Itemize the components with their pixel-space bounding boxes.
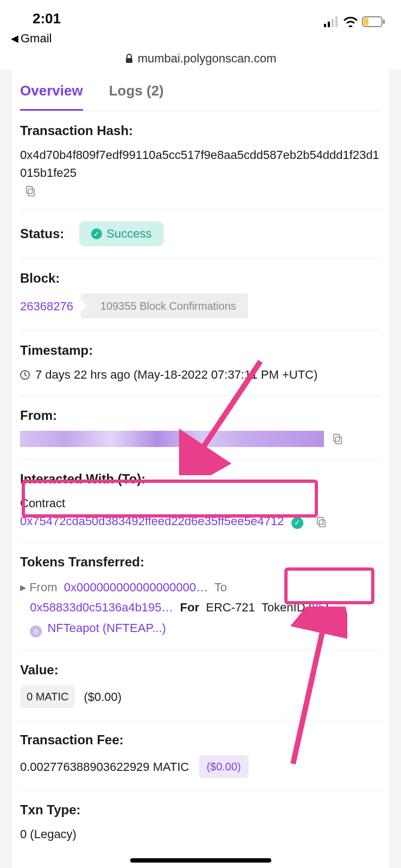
back-caret-icon: ◀ <box>11 33 18 44</box>
tab-overview[interactable]: Overview <box>20 69 83 111</box>
timestamp-value: 7 days 22 hrs ago (May-18-2022 07:37:11 … <box>35 366 317 384</box>
svg-rect-7 <box>126 58 132 63</box>
svg-rect-9 <box>27 187 33 194</box>
clock-time: 2:01 <box>33 10 61 27</box>
row-interacted: Interacted With (To): Contract 0x75472cd… <box>20 459 381 542</box>
svg-rect-12 <box>334 435 340 442</box>
svg-rect-1 <box>328 22 330 27</box>
tt-for-label: For <box>180 601 199 614</box>
token-logo-icon: ⊘ <box>30 626 42 637</box>
svg-rect-2 <box>332 19 334 27</box>
browser-address-bar[interactable]: mumbai.polygonscan.com <box>0 48 401 69</box>
svg-rect-3 <box>335 16 338 27</box>
txntype-value: 0 (Legacy) <box>20 825 77 843</box>
interacted-prefix: Contract <box>20 494 381 512</box>
tabs: Overview Logs (2) <box>20 69 381 111</box>
row-txhash: Transaction Hash: 0x4d70b4f809f7edf99110… <box>20 111 381 209</box>
tt-from-label: From <box>29 580 57 594</box>
row-status: Status: ✓ Success <box>20 209 381 259</box>
copy-icon[interactable] <box>24 185 36 197</box>
tt-bracket-close: ] <box>325 601 328 614</box>
status-value: Success <box>106 227 151 241</box>
tab-overview-label: Overview <box>20 82 83 99</box>
copy-icon[interactable] <box>332 433 343 445</box>
txhash-label: Transaction Hash: <box>20 123 381 138</box>
row-timestamp: Timestamp: 7 days 22 hrs ago (May-18-202… <box>20 331 381 396</box>
tab-logs[interactable]: Logs (2) <box>109 69 164 111</box>
row-txntype: Txn Type: 0 (Legacy) <box>20 790 381 855</box>
status-bar: 2:01 <box>0 0 401 29</box>
tt-tokenname[interactable]: NFTeapot (NFTEAP...) <box>47 621 166 635</box>
back-app-label: Gmail <box>21 31 52 46</box>
wifi-icon <box>343 16 358 27</box>
value-usd: ($0.00) <box>84 688 122 706</box>
row-fee: Transaction Fee: 0.002776388903622929 MA… <box>20 720 381 790</box>
txntype-label: Txn Type: <box>20 802 381 818</box>
txhash-value: 0x4d70b4f809f7edf99110a5cc517f9e8aa5cdd5… <box>20 146 381 182</box>
cellular-signal-icon <box>324 16 339 27</box>
status-badge: ✓ Success <box>79 221 163 246</box>
svg-rect-0 <box>324 24 326 27</box>
status-icons <box>324 16 385 27</box>
back-to-app[interactable]: ◀ Gmail <box>0 29 401 48</box>
row-block: Block: 26368276 109355 Block Confirmatio… <box>20 259 381 331</box>
svg-rect-11 <box>335 437 341 444</box>
fee-usd: ($0.00) <box>199 755 249 778</box>
check-icon: ✓ <box>91 228 102 239</box>
tokens-label: Tokens Transferred: <box>20 554 381 570</box>
transaction-card: Overview Logs (2) Transaction Hash: 0x4d… <box>11 69 390 868</box>
timestamp-label: Timestamp: <box>20 343 381 358</box>
copy-icon[interactable] <box>315 516 327 528</box>
block-number-link[interactable]: 26368276 <box>20 297 73 315</box>
fee-amount: 0.002776388903622929 MATIC <box>20 758 189 776</box>
status-label: Status: <box>20 226 64 241</box>
interacted-label: Interacted With (To): <box>20 471 381 487</box>
tt-standard: ERC-721 <box>206 601 255 614</box>
verified-icon: ✓ <box>291 517 303 529</box>
battery-icon <box>362 16 385 27</box>
tab-logs-label: Logs (2) <box>109 82 164 99</box>
row-tokens: Tokens Transferred: ▸ From 0x00000000000… <box>20 542 381 650</box>
value-label: Value: <box>20 662 381 678</box>
tt-to-addr[interactable]: 0x58833d0c5136a4b195… <box>30 601 173 614</box>
svg-rect-5 <box>364 18 368 25</box>
tt-to-label: To <box>214 580 227 594</box>
block-label: Block: <box>20 271 381 286</box>
svg-rect-13 <box>320 520 326 527</box>
contract-address-link[interactable]: 0x75472cda50d383492ffeed22d6e35ff5ee5e47… <box>20 514 284 528</box>
from-label: From: <box>20 408 381 423</box>
tt-tokenid-label: TokenID <box>262 601 305 614</box>
tt-tokenid-link[interactable]: 85 <box>312 601 325 614</box>
clock-icon <box>20 370 30 380</box>
row-value: Value: 0 MATIC ($0.00) <box>20 650 381 720</box>
caret-icon: ▸ <box>20 580 29 594</box>
svg-rect-6 <box>383 20 385 24</box>
row-from: From: <box>20 396 381 459</box>
lock-icon <box>125 54 133 63</box>
address-text: mumbai.polygonscan.com <box>138 52 277 66</box>
from-redacted <box>20 431 324 447</box>
block-confirmations: 109355 Block Confirmations <box>81 293 248 318</box>
svg-rect-8 <box>28 189 34 196</box>
home-indicator[interactable] <box>130 858 271 863</box>
fee-label: Transaction Fee: <box>20 732 381 748</box>
value-amount: 0 MATIC <box>20 685 75 708</box>
tt-from-addr[interactable]: 0x000000000000000000… <box>64 580 208 594</box>
svg-rect-14 <box>317 518 323 525</box>
